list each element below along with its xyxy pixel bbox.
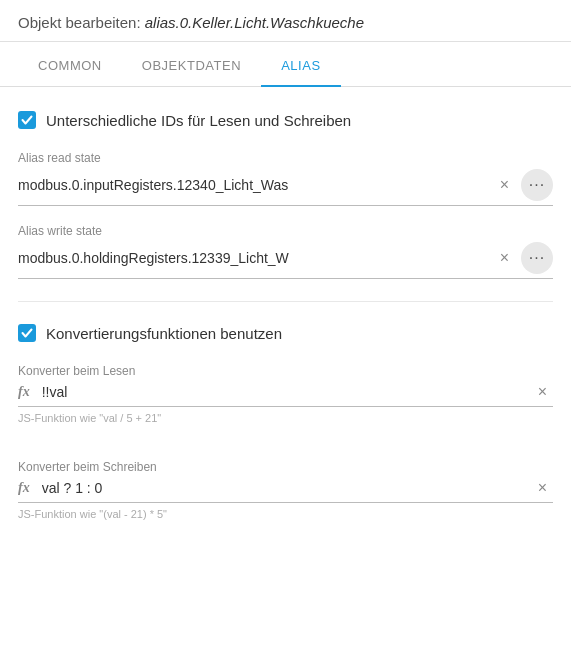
alias-read-label: Alias read state bbox=[18, 151, 553, 165]
tabs-bar: COMMON OBJEKTDATEN ALIAS bbox=[0, 42, 571, 87]
converter-read-label: Konverter beim Lesen bbox=[18, 364, 553, 378]
converter-read-input-row: fx × bbox=[18, 382, 553, 407]
header-title: alias.0.Keller.Licht.Waschkueche bbox=[145, 14, 364, 31]
converter-read-input[interactable] bbox=[42, 384, 526, 400]
alias-read-clear-button[interactable]: × bbox=[494, 175, 515, 195]
alias-write-more-button[interactable]: ··· bbox=[521, 242, 553, 274]
page-header: Objekt bearbeiten: alias.0.Keller.Licht.… bbox=[0, 0, 571, 42]
converter-write-input-row: fx × bbox=[18, 478, 553, 503]
tab-alias[interactable]: ALIAS bbox=[261, 42, 340, 87]
tab-objektdaten[interactable]: OBJEKTDATEN bbox=[122, 42, 261, 87]
fx-read-icon: fx bbox=[18, 384, 30, 400]
converter-read-group: Konverter beim Lesen fx × JS-Funktion wi… bbox=[18, 364, 553, 424]
tab-common[interactable]: COMMON bbox=[18, 42, 122, 87]
alias-tab-content: Unterschiedliche IDs für Lesen und Schre… bbox=[0, 87, 571, 558]
alias-write-clear-button[interactable]: × bbox=[494, 248, 515, 268]
converter-write-label: Konverter beim Schreiben bbox=[18, 460, 553, 474]
alias-write-input-row: × ··· bbox=[18, 242, 553, 279]
converter-read-clear-button[interactable]: × bbox=[532, 382, 553, 402]
konvertierung-label: Konvertierungsfunktionen benutzen bbox=[46, 325, 282, 342]
alias-read-input[interactable] bbox=[18, 177, 488, 193]
alias-read-input-row: × ··· bbox=[18, 169, 553, 206]
unterschiedliche-ids-checkbox[interactable] bbox=[18, 111, 36, 129]
konvertierung-row: Konvertierungsfunktionen benutzen bbox=[18, 324, 553, 342]
converter-write-group: Konverter beim Schreiben fx × JS-Funktio… bbox=[18, 460, 553, 520]
alias-write-group: Alias write state × ··· bbox=[18, 224, 553, 279]
fx-write-icon: fx bbox=[18, 480, 30, 496]
converter-write-hint: JS-Funktion wie "(val - 21) * 5" bbox=[18, 508, 553, 520]
unterschiedliche-ids-label: Unterschiedliche IDs für Lesen und Schre… bbox=[46, 112, 351, 129]
alias-write-input[interactable] bbox=[18, 250, 488, 266]
checkmark-icon-2 bbox=[21, 327, 33, 339]
converter-write-clear-button[interactable]: × bbox=[532, 478, 553, 498]
checkmark-icon bbox=[21, 114, 33, 126]
konvertierung-checkbox[interactable] bbox=[18, 324, 36, 342]
converter-write-input[interactable] bbox=[42, 480, 526, 496]
header-prefix: Objekt bearbeiten: bbox=[18, 14, 145, 31]
unterschiedliche-ids-row: Unterschiedliche IDs für Lesen und Schre… bbox=[18, 111, 553, 129]
alias-write-label: Alias write state bbox=[18, 224, 553, 238]
separator-1 bbox=[18, 301, 553, 302]
converter-read-hint: JS-Funktion wie "val / 5 + 21" bbox=[18, 412, 553, 424]
alias-read-group: Alias read state × ··· bbox=[18, 151, 553, 206]
spacer bbox=[18, 442, 553, 460]
alias-read-more-button[interactable]: ··· bbox=[521, 169, 553, 201]
